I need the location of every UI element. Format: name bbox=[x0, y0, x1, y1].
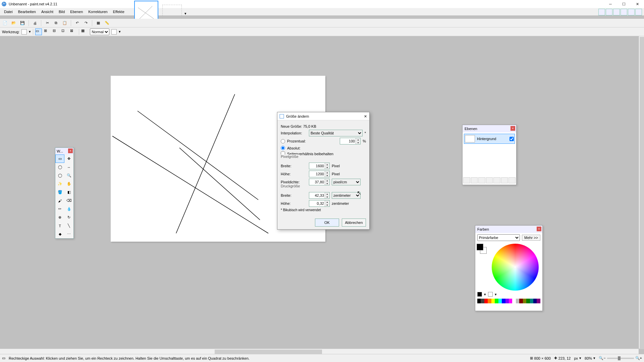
palette-color[interactable] bbox=[484, 299, 488, 303]
tool-picker-icon[interactable]: 💧 bbox=[64, 205, 73, 213]
sel-int-icon[interactable]: ⊡ bbox=[61, 28, 68, 35]
layers-close-icon[interactable]: × bbox=[511, 126, 515, 131]
tool-line-icon[interactable]: ╲ bbox=[64, 222, 73, 230]
color-wheel[interactable] bbox=[492, 244, 539, 291]
tool-shapes-icon[interactable]: ◆ bbox=[55, 230, 64, 238]
tool-move-sel-icon[interactable]: ↔ bbox=[64, 163, 73, 171]
tool-eraser-icon[interactable]: ⌫ bbox=[64, 196, 73, 205]
menu-bearbeiten[interactable]: Bearbeiten bbox=[15, 9, 39, 14]
palette-color[interactable] bbox=[491, 299, 495, 303]
percent-input[interactable]: ▲▼ bbox=[340, 138, 361, 144]
palette-color[interactable] bbox=[519, 299, 523, 303]
palette-color[interactable] bbox=[537, 299, 540, 303]
zoom-slider[interactable] bbox=[607, 358, 634, 359]
palette-color[interactable] bbox=[512, 299, 516, 303]
toggle-tools-icon[interactable] bbox=[598, 9, 605, 15]
print-height-input[interactable]: ▲▼ bbox=[309, 200, 330, 207]
pixel-height-input[interactable]: ▲▼ bbox=[309, 171, 330, 177]
tool-pencil-icon[interactable]: ✏ bbox=[55, 205, 64, 213]
palette-color[interactable] bbox=[530, 299, 533, 303]
ruler-icon[interactable]: 📏 bbox=[103, 19, 111, 27]
settings-icon[interactable] bbox=[628, 9, 635, 15]
palette-color[interactable] bbox=[526, 299, 530, 303]
tool-wand-icon[interactable]: ✨ bbox=[55, 180, 64, 188]
undo-icon[interactable]: ↶ bbox=[73, 19, 81, 27]
status-unit[interactable]: px bbox=[574, 356, 578, 360]
blend-mode-select[interactable]: Normal bbox=[90, 28, 109, 35]
palette-bg-icon[interactable] bbox=[488, 292, 493, 297]
cut-icon[interactable]: ✂ bbox=[44, 19, 51, 27]
colors-close-icon[interactable]: × bbox=[537, 227, 541, 231]
vertical-scrollbar[interactable] bbox=[639, 36, 644, 349]
tool-move-icon[interactable]: ✥ bbox=[64, 155, 73, 163]
tool-fill-icon[interactable]: 🪣 bbox=[55, 188, 64, 196]
tool-swatch[interactable] bbox=[21, 29, 27, 35]
status-zoom[interactable]: 80% bbox=[585, 356, 592, 360]
tool-clone-icon[interactable]: ⊕ bbox=[55, 213, 64, 222]
palette-color[interactable] bbox=[477, 299, 481, 303]
menu-ebenen[interactable]: Ebenen bbox=[67, 9, 86, 14]
redo-icon[interactable]: ↷ bbox=[82, 19, 90, 27]
absolute-radio[interactable] bbox=[281, 146, 285, 150]
colors-header[interactable]: Farben × bbox=[475, 226, 542, 233]
menu-datei[interactable]: Datei bbox=[1, 9, 15, 14]
color-swatches[interactable] bbox=[477, 244, 487, 254]
menu-ansicht[interactable]: Ansicht bbox=[39, 9, 56, 14]
thumb-dropdown-icon[interactable]: ▾ bbox=[184, 11, 186, 16]
fill-dropdown-icon[interactable]: ▾ bbox=[119, 29, 121, 34]
paste-icon[interactable]: 📋 bbox=[61, 19, 68, 27]
horizontal-scrollbar[interactable] bbox=[0, 349, 639, 354]
minimize-button[interactable]: ─ bbox=[604, 0, 617, 8]
palette-color[interactable] bbox=[523, 299, 526, 303]
color-mode-select[interactable]: Primärfarbe bbox=[477, 234, 520, 241]
palette-fg-icon[interactable] bbox=[477, 292, 482, 297]
toggle-layers-icon[interactable] bbox=[613, 9, 620, 15]
ok-button[interactable]: OK bbox=[315, 219, 339, 227]
sel-rect-icon[interactable]: ▭ bbox=[35, 28, 42, 35]
palette-color[interactable] bbox=[481, 299, 484, 303]
save-icon[interactable]: 💾 bbox=[19, 19, 26, 27]
dialog-header[interactable]: Größe ändern ✕ bbox=[277, 112, 369, 120]
color-palette[interactable] bbox=[477, 299, 540, 303]
layer-del-icon[interactable] bbox=[471, 177, 478, 183]
palette-color[interactable] bbox=[488, 299, 491, 303]
zoom-in-icon[interactable]: 🔍+ bbox=[635, 356, 642, 360]
palette-color[interactable] bbox=[509, 299, 512, 303]
foreground-swatch[interactable] bbox=[477, 244, 483, 250]
flood-icon[interactable]: ▦ bbox=[81, 28, 88, 35]
tool-more-icon[interactable]: ⋯ bbox=[64, 230, 73, 238]
tool-rect-select-icon[interactable]: ▭ bbox=[55, 155, 64, 163]
layer-add-icon[interactable] bbox=[463, 177, 470, 183]
layer-merge-icon[interactable] bbox=[486, 177, 493, 183]
tools-header[interactable]: W... × bbox=[55, 148, 73, 155]
toggle-history-icon[interactable] bbox=[606, 9, 612, 15]
open-icon[interactable]: 📂 bbox=[10, 19, 17, 27]
layer-up-icon[interactable] bbox=[493, 177, 500, 183]
density-unit-select[interactable]: pixel/cm bbox=[332, 179, 361, 185]
tool-dropdown-icon[interactable]: ▾ bbox=[29, 29, 31, 34]
layers-header[interactable]: Ebenen × bbox=[463, 125, 516, 132]
palette-color[interactable] bbox=[502, 299, 505, 303]
layer-down-icon[interactable] bbox=[501, 177, 508, 183]
print-icon[interactable]: 🖨 bbox=[31, 19, 39, 27]
palette-color[interactable] bbox=[505, 299, 509, 303]
layer-dup-icon[interactable] bbox=[478, 177, 485, 183]
toggle-colors-icon[interactable] bbox=[621, 9, 627, 15]
interpolation-select[interactable]: Beste Qualität bbox=[309, 130, 363, 136]
tool-ellipse-sel-icon[interactable]: ◯ bbox=[55, 171, 64, 180]
colors-more-button[interactable]: Mehr >> bbox=[522, 235, 540, 241]
close-button[interactable]: ✕ bbox=[631, 0, 644, 8]
tool-lasso-icon[interactable]: ◯ bbox=[55, 163, 64, 171]
help-icon[interactable] bbox=[635, 9, 642, 15]
percent-radio[interactable] bbox=[281, 139, 285, 143]
tools-close-icon[interactable]: × bbox=[68, 148, 73, 153]
grid-icon[interactable]: ▦ bbox=[95, 19, 102, 27]
palette-color[interactable] bbox=[516, 299, 519, 303]
sel-add-icon[interactable]: ⊞ bbox=[44, 28, 51, 35]
maximize-button[interactable]: ☐ bbox=[617, 0, 631, 8]
sel-sub-icon[interactable]: ⊟ bbox=[53, 28, 59, 35]
menu-effekte[interactable]: Effekte bbox=[110, 9, 127, 14]
sel-inv-icon[interactable]: ⊠ bbox=[70, 28, 77, 35]
dialog-close-icon[interactable]: ✕ bbox=[363, 114, 368, 119]
zoom-out-icon[interactable]: 🔍− bbox=[599, 356, 605, 360]
